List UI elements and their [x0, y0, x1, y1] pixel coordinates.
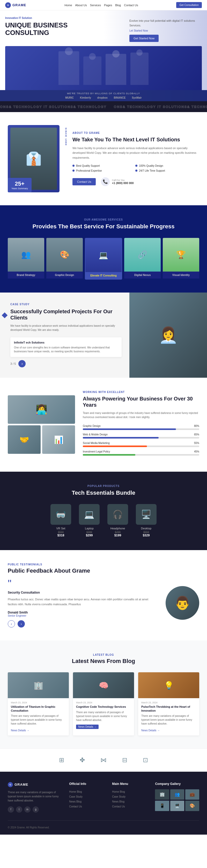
product-0[interactable]: 🥽 VR Set $558 $318 — [50, 504, 71, 537]
testi-prev-btn[interactable]: ‹ — [8, 620, 15, 627]
service-label-0: Brand Strategy — [8, 272, 44, 279]
blog-link-0[interactable]: News Details → — [11, 729, 29, 732]
product-2[interactable]: 🎧 Headphone $299 $199 — [107, 504, 128, 537]
service-card-3[interactable]: 🔗 Digital Nexus — [124, 238, 161, 280]
testi-avatar: 👨 — [166, 586, 199, 620]
blog-link-2[interactable]: News Details → — [141, 729, 160, 732]
footer-link-0[interactable]: Home Blog — [69, 789, 106, 794]
footer-bottom: © 2024 Grame. All Rights Reserved. — [8, 820, 199, 830]
footer-link-2[interactable]: News Blog — [69, 799, 106, 804]
blog-card-0: 🏢 March 23, 2024 Utilization of Titanium… — [8, 672, 69, 736]
blog-date-2: March 23, 2024 — [141, 701, 196, 704]
nav-pages[interactable]: Pages — [104, 4, 112, 7]
footer-official-links: Home Blog Case Study News Blog Contact U… — [69, 789, 106, 809]
nav-home[interactable]: Home — [64, 4, 72, 7]
services-section: OUR AWESOME SERVICES Provides The Best S… — [0, 205, 207, 292]
skill-0: Graphic Design 80% — [83, 425, 199, 430]
service-card-1[interactable]: 🎨 Graphic Design — [46, 238, 83, 280]
nav-services[interactable]: Services — [90, 4, 101, 7]
blog-desc-2: There are many variations of passages of… — [141, 714, 196, 725]
case-desc: We have facility to produce advance work… — [10, 324, 122, 332]
blog-date-0: March 23, 2024 — [11, 701, 66, 704]
business-content: WORKING WITH EXCELLENT Always Powering Y… — [83, 391, 199, 459]
blog-desc-0: There are many variations of passages of… — [11, 714, 66, 725]
social-twitter[interactable]: t — [16, 806, 22, 813]
marquee-bar: ONS& TECHNOLOGY IT SOLUTIONS& TECHNOLOGY… — [0, 101, 207, 112]
product-name-0: VR Set — [50, 527, 71, 530]
footer-main-links: Home Blog Case Study News Blog Contact U… — [112, 789, 149, 809]
feature-0: Best Quality Support — [72, 164, 133, 167]
footer-official-title: Official Info — [69, 782, 106, 786]
hero-right-text: Evolve into your full potential with dig… — [129, 19, 202, 28]
call-info: 📞 Call For You +1 (800) 000 000 — [101, 177, 134, 186]
case-title: Successfully Completed Projects For Our … — [10, 308, 122, 321]
trusted-bar: WE'RE TRUSTED BY MILLIONS OF CLIENTS GLO… — [0, 90, 207, 101]
product-price-3: $329 — [136, 533, 157, 537]
product-3[interactable]: 🖥️ Desktop $559 $329 — [136, 504, 157, 537]
nav-blog[interactable]: Blog — [115, 4, 121, 7]
footer-social: f t in g — [8, 806, 63, 813]
social-linkedin[interactable]: in — [24, 806, 31, 813]
testi-role: Senior Engineer — [8, 614, 158, 617]
testi-next-btn[interactable]: › — [18, 620, 25, 627]
service-label-2: Elevate IT Consulting — [85, 272, 122, 279]
footer-logo: GRAME — [14, 782, 28, 786]
partners-section: ⊞ ✤ ⋈ ⊟ ⊡ — [0, 748, 207, 772]
feature-2: Professional Expertise — [72, 169, 133, 172]
case-image: 👩‍💼 — [129, 292, 207, 378]
services-grid: 👥 Brand Strategy 🎨 Graphic Design 💻 Elev… — [8, 238, 199, 280]
trusted-text: WE'RE TRUSTED BY MILLIONS OF CLIENTS GLO… — [5, 92, 202, 95]
nav-contact[interactable]: Contact Us — [124, 4, 138, 7]
nav-cta-button[interactable]: Get Consultation — [176, 2, 202, 8]
blog-date-1: March 23, 2024 — [76, 701, 131, 704]
about-image-area: 👔 25+ Years Summary SINCE 1980 — [8, 125, 65, 192]
social-facebook[interactable]: f — [8, 806, 14, 813]
about-title: We Take You To The Next Level IT Solutio… — [72, 136, 199, 143]
service-card-2[interactable]: 💻 Elevate IT Consulting — [85, 238, 123, 280]
about-cta-button[interactable]: Contact Us — [72, 178, 96, 185]
testi-text: Phasellus luctus acc. Donec vitae mattis… — [8, 597, 158, 607]
since-badge: 25+ Years Summary — [8, 178, 32, 192]
services-title: Provides The Best Service For Sustainabl… — [8, 223, 199, 230]
footer-link-3[interactable]: Contact Us — [69, 804, 106, 809]
hero-right-sub: Let Started Now — [129, 29, 202, 32]
blog-tag: LATEST BLOG — [8, 653, 199, 656]
service-card-4[interactable]: 🏆 Visual Identity — [163, 238, 199, 280]
footer-link-1[interactable]: Case Study — [69, 794, 106, 799]
logo-icon: G — [5, 2, 11, 8]
footer-main-title: Main Menu — [112, 782, 149, 786]
product-name-1: Laptop — [79, 527, 100, 530]
case-right: 👩‍💼 — [129, 292, 207, 378]
partner-icon-3: ⊟ — [122, 756, 127, 764]
products-section: POPULAR PRODUCTS Tech Essentials Bundle … — [0, 472, 207, 550]
case-next-btn[interactable]: › — [19, 360, 26, 367]
footer-main-3[interactable]: Contact Us — [112, 804, 149, 809]
footer-gallery-title: Company Gallery — [155, 782, 199, 786]
call-icon: 📞 — [101, 177, 110, 186]
blog-link-1[interactable]: News Details → — [76, 724, 99, 729]
service-card-0[interactable]: 👥 Brand Strategy — [8, 238, 44, 280]
product-old-1: $399 — [79, 531, 100, 533]
partner-icon-0: ⊞ — [59, 756, 64, 764]
product-old-0: $558 — [50, 531, 71, 533]
footer-main-0[interactable]: Home Blog — [112, 789, 149, 794]
hero-cta-button[interactable]: Get Started Now — [129, 35, 159, 42]
partner-icon-2: ⋈ — [100, 756, 107, 764]
product-price-0: $318 — [50, 533, 71, 537]
social-google[interactable]: g — [33, 806, 39, 813]
marquee-text: ONS& TECHNOLOGY IT SOLUTIONS& TECHNOLOGY… — [0, 105, 207, 109]
service-label-4: Visual Identity — [163, 272, 199, 279]
case-study-section: CASE STUDY Successfully Completed Projec… — [0, 292, 207, 378]
product-1[interactable]: 💻 Laptop $399 $299 — [79, 504, 100, 537]
nav-about[interactable]: About Us — [75, 4, 87, 7]
hero-tag: Innovative IT Solution — [5, 17, 83, 20]
footer-main-2[interactable]: News Blog — [112, 799, 149, 804]
footer-main-1[interactable]: Case Study — [112, 794, 149, 799]
quote-mark: " — [8, 578, 158, 589]
feature-1: 100% Quality Design — [135, 164, 196, 167]
footer-main-col: Main Menu Home Blog Case Study News Blog… — [112, 782, 149, 813]
product-price-1: $299 — [79, 533, 100, 537]
service-label-3: Digital Nexus — [124, 272, 161, 279]
call-label: Call For You — [112, 179, 134, 182]
testimonials-tag: PUBLIC TESTIMONIALS — [8, 563, 199, 566]
